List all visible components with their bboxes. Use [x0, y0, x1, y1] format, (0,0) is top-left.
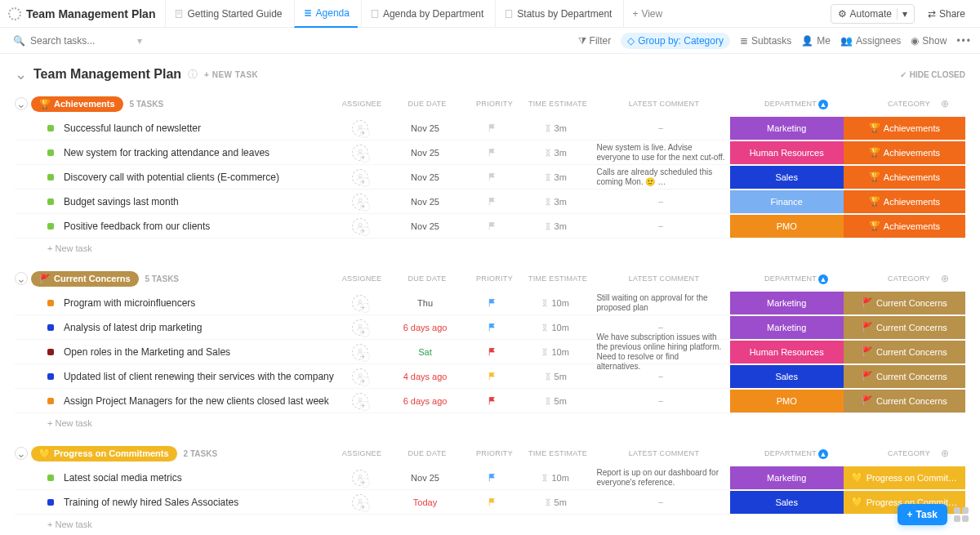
- time-estimate[interactable]: 10m: [519, 323, 592, 332]
- category-badge[interactable]: 💛Progress on Commit…: [844, 466, 965, 489]
- new-task-row[interactable]: + New task: [15, 515, 965, 534]
- priority-cell[interactable]: [466, 172, 519, 182]
- due-date[interactable]: Nov 25: [385, 123, 466, 133]
- tab-getting-started[interactable]: Getting Started Guide: [165, 0, 290, 28]
- category-badge[interactable]: 🚩Current Concerns: [844, 365, 965, 388]
- priority-cell[interactable]: [466, 298, 519, 308]
- collapse-all-icon[interactable]: ⌄: [15, 65, 27, 83]
- time-estimate[interactable]: 10m: [519, 298, 592, 308]
- time-estimate[interactable]: 3m: [519, 172, 592, 182]
- task-row[interactable]: Updated list of client renewing their se…: [15, 364, 965, 389]
- department-badge[interactable]: Finance: [730, 190, 844, 213]
- department-badge[interactable]: PMO: [730, 390, 844, 412]
- group-pill[interactable]: 🚩Current Concerns: [31, 271, 139, 287]
- task-row[interactable]: Budget savings last month Nov 25 3m – Fi…: [15, 189, 965, 214]
- assignee-cell[interactable]: [336, 470, 385, 486]
- task-row[interactable]: Positive feedback from our clients Nov 2…: [15, 214, 965, 239]
- department-badge[interactable]: Marketing: [730, 316, 844, 339]
- automate-button[interactable]: ⚙ Automate ▾: [831, 4, 915, 24]
- due-date[interactable]: 4 days ago: [385, 372, 466, 381]
- department-badge[interactable]: Sales: [730, 166, 844, 189]
- priority-cell[interactable]: [466, 372, 519, 381]
- department-badge[interactable]: Human Resources: [730, 341, 844, 363]
- task-row[interactable]: Training of newly hired Sales Associates…: [15, 490, 965, 515]
- new-task-button[interactable]: + NEW TASK: [204, 70, 258, 79]
- priority-cell[interactable]: [466, 323, 519, 332]
- add-column-button[interactable]: ⊕: [941, 273, 965, 284]
- category-badge[interactable]: 🚩Current Concerns: [844, 292, 965, 314]
- assignee-cell[interactable]: [336, 295, 385, 311]
- subtasks-button[interactable]: ≣Subtasks: [740, 35, 791, 47]
- task-row[interactable]: Open roles in the Marketing and Sales Sa…: [15, 340, 965, 364]
- group-by-button[interactable]: ◇Group by: Category: [621, 33, 730, 49]
- priority-cell[interactable]: [466, 497, 519, 507]
- due-date[interactable]: Today: [385, 497, 466, 507]
- time-estimate[interactable]: 3m: [519, 123, 592, 133]
- time-estimate[interactable]: 3m: [519, 197, 592, 207]
- search-box[interactable]: 🔍 ▾: [8, 33, 147, 49]
- time-estimate[interactable]: 5m: [519, 372, 592, 381]
- assignee-cell[interactable]: [336, 494, 385, 510]
- category-badge[interactable]: 🏆Achievements: [844, 215, 965, 238]
- due-date[interactable]: Nov 25: [385, 148, 466, 158]
- department-badge[interactable]: PMO: [730, 215, 844, 238]
- assignee-cell[interactable]: [336, 120, 385, 136]
- due-date[interactable]: Nov 25: [385, 172, 466, 182]
- due-date[interactable]: 6 days ago: [385, 323, 466, 332]
- due-date[interactable]: Nov 25: [385, 197, 466, 207]
- me-button[interactable]: 👤Me: [801, 35, 831, 47]
- department-badge[interactable]: Human Resources: [730, 141, 844, 164]
- tab-add-view[interactable]: + View: [623, 0, 670, 28]
- due-date[interactable]: 6 days ago: [385, 396, 466, 406]
- priority-cell[interactable]: [466, 221, 519, 231]
- category-badge[interactable]: 🏆Achievements: [844, 141, 965, 164]
- due-date[interactable]: Thu: [385, 298, 466, 308]
- department-badge[interactable]: Marketing: [730, 292, 844, 314]
- category-badge[interactable]: 🚩Current Concerns: [844, 341, 965, 363]
- apps-button[interactable]: [954, 507, 969, 522]
- time-estimate[interactable]: 5m: [519, 396, 592, 406]
- priority-cell[interactable]: [466, 347, 519, 357]
- assignee-cell[interactable]: [336, 194, 385, 210]
- category-badge[interactable]: 🏆Achievements: [844, 117, 965, 140]
- task-row[interactable]: New system for tracking attendance and l…: [15, 140, 965, 165]
- share-button[interactable]: ⇄ Share: [921, 5, 972, 23]
- category-badge[interactable]: 🚩Current Concerns: [844, 316, 965, 339]
- priority-cell[interactable]: [466, 197, 519, 207]
- search-input[interactable]: [30, 35, 132, 47]
- filter-button[interactable]: ⧩Filter: [578, 35, 612, 47]
- new-task-fab[interactable]: +Task: [898, 504, 947, 525]
- category-badge[interactable]: 🏆Achievements: [844, 190, 965, 213]
- time-estimate[interactable]: 3m: [519, 148, 592, 158]
- priority-cell[interactable]: [466, 396, 519, 406]
- due-date[interactable]: Sat: [385, 347, 466, 357]
- category-badge[interactable]: 🏆Achievements: [844, 166, 965, 189]
- task-row[interactable]: Successful launch of newsletter Nov 25 3…: [15, 116, 965, 140]
- assignee-cell[interactable]: [336, 344, 385, 360]
- priority-cell[interactable]: [466, 123, 519, 133]
- tab-status-dept[interactable]: Status by Department: [495, 0, 620, 28]
- time-estimate[interactable]: 10m: [519, 473, 592, 483]
- assignee-cell[interactable]: [336, 218, 385, 234]
- time-estimate[interactable]: 5m: [519, 497, 592, 507]
- new-task-row[interactable]: + New task: [15, 239, 965, 258]
- assignee-cell[interactable]: [336, 368, 385, 385]
- add-column-button[interactable]: ⊕: [941, 448, 965, 459]
- department-badge[interactable]: Sales: [730, 365, 844, 388]
- task-row[interactable]: Program with microinfluencers Thu 10m St…: [15, 291, 965, 315]
- category-badge[interactable]: 🚩Current Concerns: [844, 390, 965, 412]
- assignee-cell[interactable]: [336, 145, 385, 161]
- show-button[interactable]: ◉Show: [911, 35, 947, 47]
- time-estimate[interactable]: 3m: [519, 221, 592, 231]
- time-estimate[interactable]: 10m: [519, 347, 592, 357]
- task-row[interactable]: Latest social media metrics Nov 25 10m R…: [15, 466, 965, 490]
- group-toggle[interactable]: ⌄: [15, 447, 28, 460]
- tab-agenda[interactable]: Agenda: [294, 0, 358, 28]
- priority-cell[interactable]: [466, 148, 519, 158]
- due-date[interactable]: Nov 25: [385, 473, 466, 483]
- department-badge[interactable]: Marketing: [730, 466, 844, 489]
- department-badge[interactable]: Marketing: [730, 117, 844, 140]
- new-task-row[interactable]: + New task: [15, 413, 965, 433]
- group-toggle[interactable]: ⌄: [15, 272, 28, 285]
- info-icon[interactable]: ⓘ: [188, 68, 198, 82]
